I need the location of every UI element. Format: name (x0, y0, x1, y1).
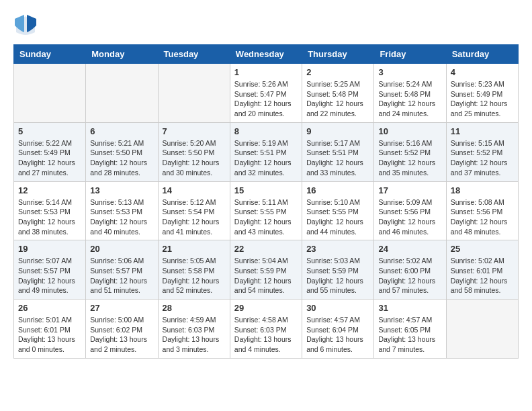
day-number: 6 (90, 126, 153, 136)
calendar-cell: 9Sunrise: 5:17 AM Sunset: 5:51 PM Daylig… (302, 122, 374, 181)
day-number: 23 (306, 244, 369, 254)
day-header-saturday: Saturday (446, 45, 518, 64)
calendar-cell: 16Sunrise: 5:10 AM Sunset: 5:55 PM Dayli… (302, 181, 374, 240)
day-info: Sunrise: 4:59 AM Sunset: 6:03 PM Dayligh… (163, 315, 226, 355)
day-header-thursday: Thursday (302, 45, 374, 64)
day-number: 16 (306, 185, 369, 195)
calendar-cell: 23Sunrise: 5:03 AM Sunset: 5:59 PM Dayli… (302, 240, 374, 300)
day-info: Sunrise: 5:06 AM Sunset: 5:57 PM Dayligh… (90, 256, 153, 295)
day-number: 13 (90, 185, 153, 195)
calendar-cell: 24Sunrise: 5:02 AM Sunset: 6:00 PM Dayli… (374, 240, 446, 300)
calendar-cell: 4Sunrise: 5:23 AM Sunset: 5:49 PM Daylig… (446, 64, 518, 123)
calendar-week-2: 5Sunrise: 5:22 AM Sunset: 5:49 PM Daylig… (14, 122, 519, 181)
day-number: 25 (451, 244, 514, 254)
calendar-cell: 21Sunrise: 5:05 AM Sunset: 5:58 PM Dayli… (158, 240, 230, 300)
calendar-cell: 7Sunrise: 5:20 AM Sunset: 5:50 PM Daylig… (158, 122, 230, 181)
calendar-cell: 13Sunrise: 5:13 AM Sunset: 5:53 PM Dayli… (86, 181, 158, 240)
day-info: Sunrise: 5:00 AM Sunset: 6:02 PM Dayligh… (90, 315, 153, 355)
day-header-monday: Monday (86, 45, 158, 64)
day-info: Sunrise: 5:12 AM Sunset: 5:54 PM Dayligh… (163, 197, 226, 237)
day-info: Sunrise: 5:23 AM Sunset: 5:49 PM Dayligh… (451, 79, 514, 119)
day-number: 10 (378, 126, 441, 136)
day-number: 15 (234, 185, 298, 195)
day-number: 30 (306, 303, 369, 313)
logo (13, 13, 38, 38)
day-info: Sunrise: 5:02 AM Sunset: 6:00 PM Dayligh… (378, 256, 441, 295)
calendar-cell: 10Sunrise: 5:16 AM Sunset: 5:52 PM Dayli… (374, 122, 446, 181)
day-info: Sunrise: 5:10 AM Sunset: 5:55 PM Dayligh… (306, 197, 369, 237)
calendar-cell: 8Sunrise: 5:19 AM Sunset: 5:51 PM Daylig… (230, 122, 302, 181)
calendar-cell: 19Sunrise: 5:07 AM Sunset: 5:57 PM Dayli… (14, 240, 86, 300)
day-number: 29 (234, 303, 298, 313)
calendar-week-5: 26Sunrise: 5:01 AM Sunset: 6:01 PM Dayli… (14, 300, 519, 359)
day-info: Sunrise: 5:14 AM Sunset: 5:53 PM Dayligh… (18, 197, 81, 237)
day-info: Sunrise: 5:08 AM Sunset: 5:56 PM Dayligh… (451, 197, 514, 237)
calendar-cell: 15Sunrise: 5:11 AM Sunset: 5:55 PM Dayli… (230, 181, 302, 240)
day-info: Sunrise: 5:07 AM Sunset: 5:57 PM Dayligh… (18, 256, 81, 295)
calendar-cell: 20Sunrise: 5:06 AM Sunset: 5:57 PM Dayli… (86, 240, 158, 300)
day-info: Sunrise: 5:03 AM Sunset: 5:59 PM Dayligh… (306, 256, 369, 295)
day-info: Sunrise: 5:02 AM Sunset: 6:01 PM Dayligh… (451, 256, 514, 295)
day-info: Sunrise: 5:13 AM Sunset: 5:53 PM Dayligh… (90, 197, 153, 237)
calendar-cell: 26Sunrise: 5:01 AM Sunset: 6:01 PM Dayli… (14, 300, 86, 359)
calendar-cell: 12Sunrise: 5:14 AM Sunset: 5:53 PM Dayli… (14, 181, 86, 240)
day-info: Sunrise: 5:15 AM Sunset: 5:52 PM Dayligh… (451, 138, 514, 178)
calendar-cell: 17Sunrise: 5:09 AM Sunset: 5:56 PM Dayli… (374, 181, 446, 240)
day-header-friday: Friday (374, 45, 446, 64)
day-number: 7 (163, 126, 226, 136)
day-header-tuesday: Tuesday (158, 45, 230, 64)
day-info: Sunrise: 5:26 AM Sunset: 5:47 PM Dayligh… (234, 79, 298, 119)
calendar-cell (158, 64, 230, 123)
day-number: 9 (306, 126, 369, 136)
day-number: 8 (234, 126, 298, 136)
day-info: Sunrise: 5:21 AM Sunset: 5:50 PM Dayligh… (90, 138, 153, 178)
day-info: Sunrise: 5:22 AM Sunset: 5:49 PM Dayligh… (18, 138, 81, 178)
day-number: 28 (163, 303, 226, 313)
calendar-header-row: SundayMondayTuesdayWednesdayThursdayFrid… (14, 45, 519, 64)
calendar-table: SundayMondayTuesdayWednesdayThursdayFrid… (13, 44, 519, 359)
day-info: Sunrise: 5:09 AM Sunset: 5:56 PM Dayligh… (378, 197, 441, 237)
calendar-cell: 31Sunrise: 4:57 AM Sunset: 6:05 PM Dayli… (374, 300, 446, 359)
day-number: 1 (234, 67, 298, 77)
day-number: 17 (378, 185, 441, 195)
calendar-cell: 30Sunrise: 4:57 AM Sunset: 6:04 PM Dayli… (302, 300, 374, 359)
logo-icon (13, 13, 38, 38)
calendar-cell: 22Sunrise: 5:04 AM Sunset: 5:59 PM Dayli… (230, 240, 302, 300)
day-number: 26 (18, 303, 81, 313)
day-info: Sunrise: 4:57 AM Sunset: 6:04 PM Dayligh… (306, 315, 369, 355)
page-header (13, 13, 519, 38)
day-info: Sunrise: 5:04 AM Sunset: 5:59 PM Dayligh… (234, 256, 298, 295)
day-info: Sunrise: 5:01 AM Sunset: 6:01 PM Dayligh… (18, 315, 81, 355)
calendar-cell: 5Sunrise: 5:22 AM Sunset: 5:49 PM Daylig… (14, 122, 86, 181)
calendar-cell: 1Sunrise: 5:26 AM Sunset: 5:47 PM Daylig… (230, 64, 302, 123)
day-number: 5 (18, 126, 81, 136)
day-info: Sunrise: 5:25 AM Sunset: 5:48 PM Dayligh… (306, 79, 369, 119)
calendar-cell (14, 64, 86, 123)
day-info: Sunrise: 5:16 AM Sunset: 5:52 PM Dayligh… (378, 138, 441, 178)
day-number: 11 (451, 126, 514, 136)
day-number: 20 (90, 244, 153, 254)
day-info: Sunrise: 4:58 AM Sunset: 6:03 PM Dayligh… (234, 315, 298, 355)
day-info: Sunrise: 5:05 AM Sunset: 5:58 PM Dayligh… (163, 256, 226, 295)
calendar-cell: 6Sunrise: 5:21 AM Sunset: 5:50 PM Daylig… (86, 122, 158, 181)
calendar-week-3: 12Sunrise: 5:14 AM Sunset: 5:53 PM Dayli… (14, 181, 519, 240)
calendar-cell: 18Sunrise: 5:08 AM Sunset: 5:56 PM Dayli… (446, 181, 518, 240)
day-number: 24 (378, 244, 441, 254)
day-info: Sunrise: 5:17 AM Sunset: 5:51 PM Dayligh… (306, 138, 369, 178)
day-number: 22 (234, 244, 298, 254)
calendar-cell (86, 64, 158, 123)
calendar-cell: 14Sunrise: 5:12 AM Sunset: 5:54 PM Dayli… (158, 181, 230, 240)
day-number: 4 (451, 67, 514, 77)
calendar-cell: 25Sunrise: 5:02 AM Sunset: 6:01 PM Dayli… (446, 240, 518, 300)
day-number: 27 (90, 303, 153, 313)
day-info: Sunrise: 5:24 AM Sunset: 5:48 PM Dayligh… (378, 79, 441, 119)
calendar-cell: 28Sunrise: 4:59 AM Sunset: 6:03 PM Dayli… (158, 300, 230, 359)
calendar-cell (446, 300, 518, 359)
day-info: Sunrise: 5:11 AM Sunset: 5:55 PM Dayligh… (234, 197, 298, 237)
day-number: 14 (163, 185, 226, 195)
day-header-sunday: Sunday (14, 45, 86, 64)
calendar-cell: 2Sunrise: 5:25 AM Sunset: 5:48 PM Daylig… (302, 64, 374, 123)
calendar-week-1: 1Sunrise: 5:26 AM Sunset: 5:47 PM Daylig… (14, 64, 519, 123)
calendar-cell: 27Sunrise: 5:00 AM Sunset: 6:02 PM Dayli… (86, 300, 158, 359)
calendar-cell: 29Sunrise: 4:58 AM Sunset: 6:03 PM Dayli… (230, 300, 302, 359)
